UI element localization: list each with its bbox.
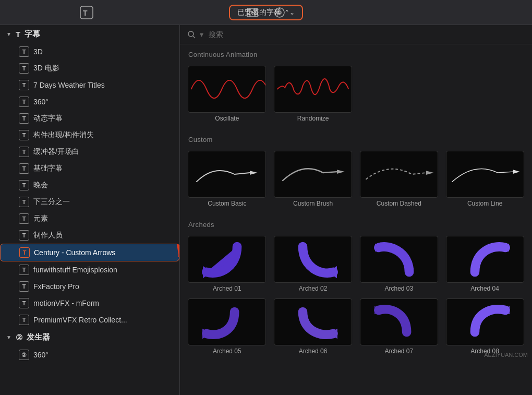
item-label: Custom Basic [208, 200, 246, 207]
grid-item-arched-04[interactable]: Arched 04 [442, 233, 528, 295]
sidebar-item-lower-third[interactable]: T 下三分之一 [0, 194, 179, 210]
t-icon: T [19, 147, 29, 157]
grid-item-arched-06[interactable]: Arched 06 [270, 295, 356, 358]
thumb-custom-basic [188, 151, 266, 198]
sidebar-item-fxfactory[interactable]: T FxFactory Pro [0, 278, 179, 295]
title-icon[interactable]: T [78, 4, 95, 21]
section-title-custom: Custom [180, 129, 532, 148]
t-icon: T [19, 113, 29, 124]
thumb-custom-brush [274, 151, 352, 198]
sidebar-item-3d-movie[interactable]: T 3D 电影 [0, 60, 179, 77]
grid-item-custom-dashed[interactable]: Custom Dashed [356, 148, 442, 210]
sidebar-item-dynamic[interactable]: T 动态字幕 [0, 110, 179, 127]
item-label: 动态字幕 [33, 114, 63, 123]
thumb-arched-01 [188, 236, 266, 283]
item-label: 360° [33, 98, 49, 106]
sidebar-item-evening[interactable]: T 晚会 [0, 177, 179, 194]
grid-item-arched-08[interactable]: Arched 08 [442, 295, 528, 358]
sidebar-section-captions[interactable]: ▼ T 字幕 [0, 25, 179, 43]
search-icon [187, 30, 196, 39]
sidebar-item-3d[interactable]: T 3D [0, 43, 179, 60]
sidebar-item-gen-360[interactable]: ② 360° [0, 346, 179, 363]
item-label: 3D 电影 [33, 64, 59, 73]
sidebar-item-360[interactable]: T 360° [0, 93, 179, 110]
num-icon: ② [19, 350, 29, 360]
grid-item-custom-brush[interactable]: Custom Brush [270, 148, 356, 210]
search-dropdown-arrow[interactable]: ▾ [200, 30, 203, 39]
item-label: 360° [33, 351, 49, 359]
content-wrapper: ▾ Continuous Animation Oscillate [180, 25, 532, 362]
grid-item-randomize[interactable]: Randomize [270, 63, 356, 125]
item-label: funwithstuff Emojisplosion [33, 266, 117, 274]
thumb-arched-08 [446, 298, 524, 345]
generators-type-icon: ② [16, 333, 22, 342]
sidebar-item-7days[interactable]: T 7 Days Weather Titles [0, 77, 179, 93]
item-label: 晚会 [33, 181, 48, 190]
item-label: Arched 02 [299, 285, 328, 292]
item-label: Arched 06 [299, 348, 328, 355]
section-title-archeds: Archeds [180, 214, 532, 233]
t-icon: T [19, 230, 29, 241]
item-label: Century - Custom Arrows [34, 248, 115, 257]
svg-marker-17 [337, 170, 345, 174]
thumb-arched-07 [360, 298, 438, 345]
search-input[interactable] [209, 30, 525, 39]
sidebar-item-funwith[interactable]: T funwithstuff Emojisplosion [0, 261, 179, 278]
toolbar: 已安装的字幕 ⌃⌄ T [0, 0, 532, 25]
item-label: 3D [33, 47, 43, 56]
grid-item-arched-01[interactable]: Arched 01 [184, 233, 270, 295]
item-label: 制作人员 [33, 231, 63, 240]
content-panel: ▾ Continuous Animation Oscillate [180, 25, 532, 395]
grid-item-arched-07[interactable]: Arched 07 [356, 295, 442, 358]
sidebar-item-buffer[interactable]: T 缓冲器/开场白 [0, 143, 179, 160]
generators-section-label: 发生器 [27, 332, 50, 342]
t-icon: T [19, 281, 29, 292]
custom-grid: Custom Basic Custom Brush [180, 148, 532, 214]
grid-item-custom-basic[interactable]: Custom Basic [184, 148, 270, 210]
item-label: Arched 05 [213, 348, 241, 355]
thumb-arched-06 [274, 298, 352, 345]
thumb-arched-02 [274, 236, 352, 283]
t-icon: T [19, 265, 29, 275]
item-label: Arched 01 [213, 285, 241, 292]
svg-marker-18 [426, 171, 434, 175]
archeds-grid: Arched 01 Arched 02 [180, 233, 532, 362]
item-label: Custom Brush [293, 200, 333, 207]
item-label: Randomize [297, 115, 329, 122]
item-label: Arched 07 [385, 348, 414, 355]
t-icon: T [19, 130, 29, 140]
sidebar-item-appear[interactable]: T 构件出现/构件消失 [0, 127, 179, 143]
grid-item-arched-03[interactable]: Arched 03 [356, 233, 442, 295]
t-icon: T [19, 63, 29, 74]
triangle-icon: ▼ [6, 334, 11, 340]
item-label: Arched 04 [470, 285, 499, 292]
sidebar: ▼ T 字幕 T 3D T 3D 电影 T 7 Days Weather Tit… [0, 25, 180, 395]
grid-item-oscillate[interactable]: Oscillate [184, 63, 270, 125]
main-layout: ▼ T 字幕 T 3D T 3D 电影 T 7 Days Weather Tit… [0, 25, 532, 395]
item-label: Custom Dashed [377, 200, 421, 207]
sidebar-item-motionvfx[interactable]: T motionVFX - mForm [0, 295, 179, 312]
svg-point-14 [188, 31, 194, 37]
thumb-custom-dashed [360, 151, 438, 198]
chevron-icon: ⌃⌄ [284, 9, 295, 16]
grid-item-arched-05[interactable]: Arched 05 [184, 295, 270, 358]
item-label: FxFactory Pro [33, 282, 79, 291]
installed-subtitles-dropdown[interactable]: 已安装的字幕 ⌃⌄ [229, 5, 303, 20]
continuous-animation-grid: Oscillate Randomize [180, 63, 532, 129]
t-icon: T [19, 46, 29, 57]
t-icon: T [19, 197, 29, 207]
sidebar-item-basic[interactable]: T 基础字幕 [0, 160, 179, 177]
item-label: 缓冲器/开场白 [33, 147, 79, 157]
sidebar-item-elements[interactable]: T 元素 [0, 210, 179, 227]
sidebar-item-premiumvfx[interactable]: T PremiumVFX Retro Collect... [0, 312, 179, 328]
dropdown-label: 已安装的字幕 [237, 8, 281, 17]
item-label: Arched 08 [470, 348, 499, 355]
sidebar-item-credits[interactable]: T 制作人员 [0, 227, 179, 244]
grid-item-custom-line[interactable]: Custom Line [442, 148, 528, 210]
t-icon: T [19, 298, 29, 308]
sidebar-section-generators[interactable]: ▼ ② 发生器 [0, 328, 179, 346]
sidebar-item-century[interactable]: T Century - Custom Arrows [0, 244, 179, 261]
thumb-arched-04 [446, 236, 524, 283]
grid-item-arched-02[interactable]: Arched 02 [270, 233, 356, 295]
item-label: 基础字幕 [33, 164, 63, 173]
